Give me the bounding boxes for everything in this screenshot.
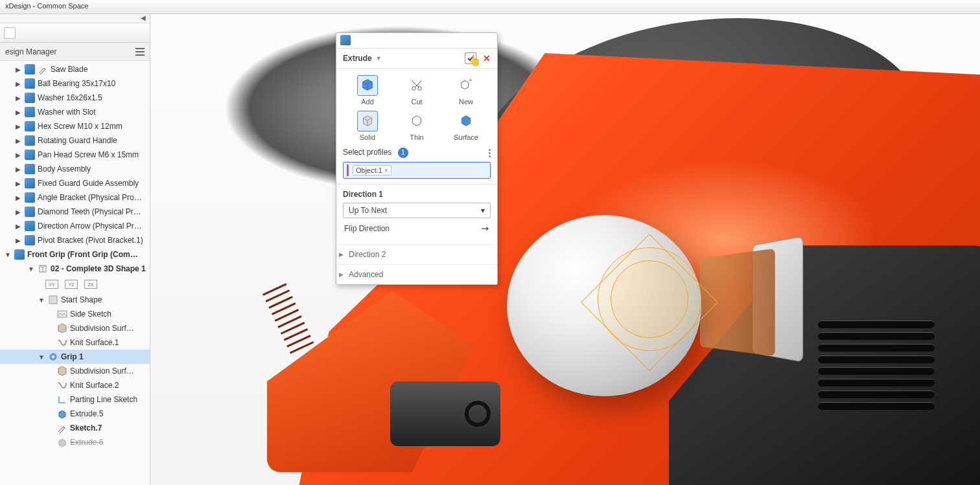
tree-item[interactable]: Extrude.5 [0, 407, 150, 421]
flip-arrow-icon: ↗ [479, 222, 492, 235]
package-icon [25, 78, 35, 89]
advanced-section[interactable]: ▶ Advanced [336, 264, 497, 284]
package-icon [25, 178, 35, 188]
operation-new[interactable]: New [447, 74, 485, 107]
direction1-header: Direction 1 [343, 190, 491, 199]
tree-item[interactable]: Subdivision Surf… [0, 321, 150, 335]
subdiv-icon [57, 366, 67, 376]
type-row: Solid Thin Surface [343, 109, 491, 142]
type-thin[interactable]: Thin [397, 109, 436, 142]
tree-item[interactable]: ▶Angle Bracket (Physical Pro… [0, 190, 150, 205]
operation-cut[interactable]: Cut [397, 74, 436, 107]
chip-remove-icon[interactable]: × [384, 167, 388, 174]
svg-rect-0 [49, 296, 57, 304]
advanced-label: Advanced [349, 270, 383, 279]
tree-item[interactable]: ▶Body Assembly [0, 162, 150, 176]
tree-item[interactable]: ▶Pan Head Screw M6 x 15mm [0, 148, 150, 162]
tree-item[interactable]: ▶Washer 16x26x1.5 [0, 91, 150, 105]
type-solid[interactable]: Solid [348, 109, 387, 142]
extrude-panel[interactable]: Extrude ▼ ✕ Add [336, 32, 498, 285]
tree-label: Body Assembly [38, 164, 91, 174]
design-manager-sidebar: ◀ esign Manager ▶Saw Blade ▶Ball Bearing… [0, 14, 150, 485]
tree-label: Sketch.7 [70, 423, 102, 433]
tree-label: Pivot Bracket (Pivot Bracket.1) [38, 236, 143, 245]
tool-label: Cut [399, 98, 435, 106]
tree-item[interactable]: ▶Rotating Guard Handle [0, 133, 150, 148]
tree-item[interactable]: Parting Line Sketch [0, 392, 150, 407]
profile-selection-input[interactable]: Object.1 × [343, 162, 491, 179]
profile-chip[interactable]: Object.1 × [353, 165, 391, 175]
tree-item[interactable]: Knit Surface.1 [0, 335, 150, 350]
tree-item[interactable]: ▶Washer with Slot [0, 105, 150, 119]
panel-header: Extrude ▼ ✕ [336, 49, 497, 69]
tree-label: Extrude.6 [70, 438, 103, 447]
thin-cube-icon [410, 114, 424, 128]
package-icon [25, 135, 35, 146]
package-icon [25, 192, 35, 203]
tree-item[interactable]: ▶Ball Bearing 35x17x10 [0, 76, 150, 91]
tree-item-suppressed[interactable]: Extrude.6 [0, 435, 150, 449]
new-cube-icon [459, 78, 473, 93]
package-icon [25, 235, 35, 245]
flip-direction-row[interactable]: Flip Direction ↗ [343, 218, 491, 239]
scissors-icon [410, 78, 424, 93]
confirm-button[interactable] [465, 52, 476, 64]
package-icon [25, 107, 35, 117]
app-title: xDesign - Common Space [5, 2, 88, 10]
model-assembly [215, 14, 980, 485]
plane-zx[interactable]: ZX [84, 280, 97, 289]
tool-label: Solid [349, 133, 386, 141]
tree-item-grip[interactable]: ▼Grip 1 [0, 350, 150, 364]
package-icon [25, 207, 35, 217]
3d-viewport[interactable]: Extrude ▼ ✕ Add [150, 14, 980, 485]
tree-label: Front Grip (Front Grip (Com… [27, 250, 138, 259]
tree-item[interactable]: Knit Surface.2 [0, 378, 150, 392]
tree-item[interactable]: ▶Diamond Teeth (Physical Pr… [0, 205, 150, 219]
check-icon [467, 54, 474, 62]
tree-item[interactable]: Side Sketch [0, 307, 150, 321]
tool-label: Thin [399, 133, 435, 141]
tree-item-selected[interactable]: Sketch.7 [0, 421, 150, 435]
tree-item-start-shape[interactable]: ▼Start Shape [0, 293, 150, 307]
tree-item[interactable]: ▶Saw Blade [0, 62, 150, 76]
direction2-section[interactable]: ▶ Direction 2 [336, 244, 497, 264]
shape-icon [48, 295, 58, 305]
chip-label: Object.1 [356, 166, 382, 174]
plane-xy[interactable]: XY [45, 280, 58, 289]
surface-cube-icon [459, 114, 473, 128]
solid-cube-icon [360, 114, 375, 128]
sidebar-collapse-handle[interactable]: ◀ [0, 14, 150, 23]
line-icon [57, 394, 67, 405]
tree-label: Saw Blade [51, 65, 88, 74]
profiles-header: Select profiles 1 [343, 148, 491, 158]
tree-item[interactable]: ▶Fixed Guard Guide Assembly [0, 176, 150, 190]
tree-item-shape-set[interactable]: ▼02 - Complete 3D Shape 1 [0, 262, 150, 276]
selection-indicator [347, 164, 349, 176]
panel-menu-icon[interactable] [135, 48, 145, 56]
type-surface[interactable]: Surface [447, 109, 485, 142]
tree-label: Pan Head Screw M6 x 15mm [38, 150, 139, 159]
panel-dropdown-icon[interactable]: ▼ [376, 55, 382, 62]
panel-tab[interactable] [336, 33, 497, 49]
toolbar-icon[interactable] [4, 27, 16, 39]
tree-label: Fixed Guard Guide Assembly [38, 179, 139, 188]
extrude-icon [57, 437, 67, 447]
tree-item-active-part[interactable]: ▼Front Grip (Front Grip (Com… [0, 247, 150, 262]
end-condition-select[interactable]: Up To Next ▾ [343, 203, 491, 218]
expand-icon: ▶ [339, 271, 344, 278]
cancel-button[interactable]: ✕ [483, 53, 491, 63]
tree-item[interactable]: ▶Pivot Bracket (Pivot Bracket.1) [0, 233, 150, 247]
extrude-icon [57, 409, 67, 419]
gear-icon [48, 352, 58, 362]
tree-item[interactable]: ▶Direction Arrow (Physical Pr… [0, 219, 150, 233]
subdiv-icon [57, 323, 67, 333]
tree-label: Knit Surface.1 [70, 338, 119, 347]
profiles-menu-icon[interactable] [489, 149, 491, 157]
tree-item[interactable]: ▶Hex Screw M10 x 12mm [0, 119, 150, 133]
operation-add[interactable]: Add [348, 74, 387, 107]
tree-item[interactable]: Subdivision Surf… [0, 364, 150, 378]
tree-label: Start Shape [61, 295, 102, 304]
feature-tree[interactable]: ▶Saw Blade ▶Ball Bearing 35x17x10 ▶Washe… [0, 61, 150, 485]
plane-yz[interactable]: YZ [65, 280, 78, 289]
sketch-icon [38, 64, 48, 74]
